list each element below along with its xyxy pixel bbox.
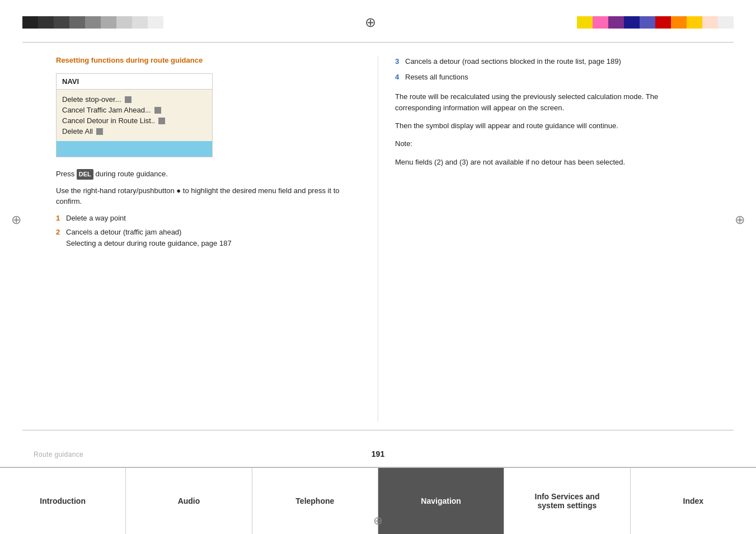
list-num-3: 3 bbox=[395, 56, 402, 67]
tab-introduction-label: Introduction bbox=[40, 496, 86, 505]
right-para-1: The route will be recalculated using the… bbox=[395, 91, 700, 114]
strip-seg bbox=[624, 16, 640, 29]
navi-item-label: Delete All bbox=[62, 127, 93, 135]
list-text-3: Cancels a detour (road sections blocked … bbox=[405, 56, 621, 67]
right-column: 3 Cancels a detour (road sections blocke… bbox=[378, 50, 734, 428]
tab-telephone[interactable]: Telephone bbox=[252, 468, 378, 534]
left-column: Resetting functions during route guidanc… bbox=[22, 50, 378, 428]
strip-seg bbox=[38, 16, 54, 29]
strip-seg bbox=[132, 16, 148, 29]
tab-info-services[interactable]: Info Services andsystem settings bbox=[504, 468, 630, 534]
navi-item-4: Delete All bbox=[62, 126, 206, 137]
navi-box: NAVI Delete stop-over... Cancel Traffic … bbox=[56, 73, 213, 157]
list-item-3: 3 Cancels a detour (road sections blocke… bbox=[395, 56, 700, 67]
navi-item-indicator bbox=[158, 118, 165, 124]
right-para-note-label: Note: bbox=[395, 138, 700, 149]
list-item-2: 2 Cancels a detour (traffic jam ahead)Se… bbox=[56, 227, 361, 249]
strip-seg bbox=[608, 16, 624, 29]
tab-audio[interactable]: Audio bbox=[126, 468, 252, 534]
navi-box-body: Delete stop-over... Cancel Traffic Jam A… bbox=[57, 90, 212, 141]
strip-seg bbox=[148, 16, 163, 29]
tab-audio-label: Audio bbox=[178, 496, 200, 505]
strip-seg bbox=[671, 16, 687, 29]
navi-box-header: NAVI bbox=[57, 74, 212, 90]
top-bar: ⊕ bbox=[0, 0, 756, 45]
strip-seg bbox=[687, 16, 702, 29]
strip-seg bbox=[85, 16, 101, 29]
strip-seg bbox=[116, 16, 132, 29]
strip-seg bbox=[593, 16, 608, 29]
navi-item-label: Cancel Traffic Jam Ahead... bbox=[62, 106, 151, 114]
list-num-2: 2 bbox=[56, 227, 63, 249]
color-strip-left bbox=[22, 16, 163, 29]
top-crosshair-icon: ⊕ bbox=[365, 15, 376, 30]
tab-index[interactable]: Index bbox=[631, 468, 756, 534]
navi-item-indicator bbox=[125, 96, 132, 103]
list-item-1: 1 Delete a way point bbox=[56, 213, 361, 224]
rotary-text: Use the right-hand rotary/pushbutton ● t… bbox=[56, 185, 361, 207]
tab-info-services-label: Info Services andsystem settings bbox=[535, 492, 600, 510]
page-number: 191 bbox=[372, 449, 384, 458]
navi-box-footer bbox=[57, 141, 212, 157]
footer-crosshair-icon: ⊕ bbox=[373, 514, 383, 527]
tab-navigation-label: Navigation bbox=[421, 496, 461, 505]
navi-item-label: Cancel Detour in Route List.. bbox=[62, 116, 155, 125]
list-text-1: Delete a way point bbox=[66, 213, 126, 224]
list-text-4: Resets all functions bbox=[405, 72, 468, 83]
press-text-before: Press bbox=[56, 170, 77, 178]
section-title: Resetting functions during route guidanc… bbox=[56, 56, 361, 64]
list-num-1: 1 bbox=[56, 213, 63, 224]
right-para-note-text: Menu fields (2) and (3) are not availabl… bbox=[395, 157, 700, 168]
strip-seg bbox=[640, 16, 655, 29]
press-del-text: Press DEL during route guidance. bbox=[56, 168, 361, 180]
strip-seg bbox=[702, 16, 718, 29]
navi-item-3: Cancel Detour in Route List.. bbox=[62, 115, 206, 126]
page-label: Route guidance bbox=[34, 451, 83, 458]
tab-navigation[interactable]: Navigation bbox=[378, 468, 504, 534]
navi-item-indicator bbox=[154, 107, 161, 114]
tab-introduction[interactable]: Introduction bbox=[0, 468, 126, 534]
list-num-4: 4 bbox=[395, 72, 402, 83]
press-text-after: during route guidance. bbox=[93, 170, 168, 178]
right-crosshair-icon: ⊕ bbox=[735, 213, 745, 227]
left-crosshair-icon: ⊕ bbox=[11, 213, 21, 227]
strip-seg bbox=[577, 16, 593, 29]
strip-seg bbox=[22, 16, 38, 29]
tab-index-label: Index bbox=[683, 496, 704, 505]
strip-seg bbox=[69, 16, 85, 29]
main-content: Resetting functions during route guidanc… bbox=[22, 50, 734, 428]
navi-item-1: Delete stop-over... bbox=[62, 94, 206, 105]
strip-seg bbox=[655, 16, 671, 29]
right-para-2: Then the symbol display will appear and … bbox=[395, 120, 700, 132]
list-text-2: Cancels a detour (traffic jam ahead)Sele… bbox=[66, 227, 232, 249]
strip-seg bbox=[718, 16, 734, 29]
strip-seg bbox=[54, 16, 69, 29]
top-divider bbox=[22, 42, 734, 43]
navi-item-2: Cancel Traffic Jam Ahead... bbox=[62, 105, 206, 115]
list-item-4: 4 Resets all functions bbox=[395, 72, 700, 83]
del-badge: DEL bbox=[77, 169, 93, 180]
navi-item-label: Delete stop-over... bbox=[62, 95, 121, 104]
color-strip-right bbox=[577, 16, 734, 29]
tab-telephone-label: Telephone bbox=[295, 496, 334, 505]
navi-item-indicator bbox=[96, 128, 103, 135]
footer: Route guidance 191 Introduction Audio Te… bbox=[0, 430, 756, 534]
strip-seg bbox=[101, 16, 116, 29]
